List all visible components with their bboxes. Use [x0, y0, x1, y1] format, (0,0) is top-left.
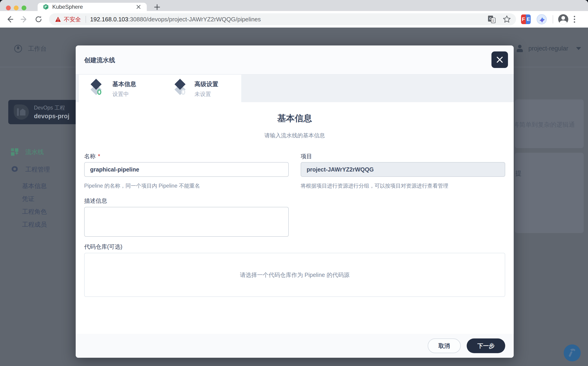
- url-bar[interactable]: 不安全 192.168.0.103:30880/devops/project-J…: [49, 13, 516, 25]
- chevron-down-icon: [576, 47, 581, 50]
- url-host: 192.168.0.103: [90, 16, 128, 23]
- minimize-window-button[interactable]: [14, 6, 19, 10]
- repo-label: 代码仓库(可选): [84, 243, 123, 251]
- tab-close-icon[interactable]: [135, 4, 142, 10]
- sidebar-item-members[interactable]: 工程成员: [22, 221, 47, 229]
- dashboard-icon: [14, 45, 22, 53]
- modal-close-button[interactable]: [492, 51, 508, 68]
- description-label: 描述信息: [84, 197, 107, 205]
- name-input[interactable]: [84, 162, 289, 177]
- not-secure-warning-icon: [55, 16, 61, 22]
- modal-steps-bar: 基本信息 设置中 高级设置 未设置: [76, 75, 514, 102]
- browser-window: KubeSphere 不安全 192.168.0.103:30880/devop…: [0, 0, 588, 366]
- modal-footer: 取消 下一步: [76, 334, 514, 358]
- sidebar-pipelines-label: 流水线: [25, 148, 44, 156]
- profile-avatar[interactable]: [558, 14, 568, 24]
- code-repo-selector[interactable]: 请选择一个代码仓库作为 Pipeline 的代码源: [84, 253, 505, 297]
- form-subheading: 请输入流水线的基本信息: [76, 132, 514, 139]
- workbench-label: 工作台: [28, 45, 47, 53]
- step2-title: 高级设置: [194, 80, 218, 88]
- floating-tool-button[interactable]: [564, 344, 581, 361]
- background-card-2-text: 提: [515, 169, 522, 177]
- required-asterisk: *: [98, 153, 100, 159]
- not-secure-label[interactable]: 不安全: [64, 16, 81, 23]
- modal-header: 创建流水线: [76, 46, 514, 75]
- gear-icon: [11, 166, 18, 173]
- background-card-2: 提: [515, 153, 584, 233]
- sidebar-item-basic-info[interactable]: 基本信息: [22, 182, 47, 190]
- user-menu[interactable]: project-regular: [516, 45, 581, 52]
- url-text[interactable]: 192.168.0.103:30880/devops/project-JAWrY…: [90, 16, 485, 23]
- cancel-button[interactable]: 取消: [428, 338, 461, 353]
- sidebar-item-pipelines[interactable]: 流水线: [11, 148, 44, 156]
- workbench-link[interactable]: 工作台: [14, 45, 47, 53]
- translate-icon[interactable]: G文: [487, 15, 496, 24]
- browser-tab[interactable]: KubeSphere: [38, 3, 147, 11]
- name-label: 名称*: [84, 152, 100, 160]
- step1-status: 设置中: [112, 91, 136, 98]
- step1-title: 基本信息: [112, 80, 136, 88]
- back-icon[interactable]: [5, 15, 14, 24]
- forward-icon[interactable]: [20, 15, 29, 24]
- project-input: [301, 162, 505, 177]
- project-label: 项目: [301, 152, 312, 160]
- user-name: project-regular: [528, 45, 568, 52]
- devops-type-label: DevOps 工程: [34, 104, 69, 111]
- repo-placeholder: 请选择一个代码仓库作为 Pipeline 的代码源: [240, 271, 350, 279]
- devops-project-name: devops-proj: [34, 113, 69, 120]
- step2-status: 未设置: [194, 91, 218, 98]
- chrome-menu-icon[interactable]: [574, 16, 575, 23]
- sidebar-item-roles[interactable]: 工程角色: [22, 207, 47, 216]
- sidebar-item-credentials[interactable]: 凭证: [22, 195, 34, 203]
- url-path: :30880/devops/project-JAWrYZ2rWQQG/pipel…: [128, 16, 261, 23]
- sidebar-management-label: 工程管理: [25, 165, 50, 174]
- modal-title: 创建流水线: [84, 56, 115, 64]
- form-heading: 基本信息: [76, 113, 514, 124]
- create-pipeline-modal: 创建流水线 基本信息 设置中 高级设置 未设: [76, 46, 514, 358]
- project-helper: 将根据项目进行资源进行分组，可以按项目对资源进行查看管理: [301, 182, 448, 190]
- name-helper: Pipeline 的名称，同一个项目内 Pipeline 不能重名: [84, 182, 200, 190]
- pipeline-icon: [11, 148, 18, 156]
- bookmark-star-icon[interactable]: [502, 15, 511, 24]
- step2-diamond-icon: [173, 80, 188, 97]
- new-tab-button[interactable]: [153, 3, 161, 11]
- toolbar-divider: [553, 15, 553, 23]
- description-textarea[interactable]: [84, 207, 289, 237]
- close-window-button[interactable]: [6, 6, 11, 10]
- user-icon: [516, 45, 524, 52]
- background-card-1: 将简单到复杂的逻辑通: [515, 99, 584, 148]
- extension-bird-icon[interactable]: [537, 14, 547, 24]
- close-icon: [496, 56, 504, 64]
- sidebar-item-management[interactable]: 工程管理: [11, 165, 50, 174]
- kubesphere-favicon-icon: [43, 4, 49, 10]
- titlebar: KubeSphere: [0, 0, 588, 11]
- step1-text[interactable]: 基本信息 设置中: [112, 80, 136, 98]
- reload-icon[interactable]: [34, 15, 43, 24]
- background-card-1-text: 将简单到复杂的逻辑通: [515, 121, 575, 129]
- hammer-icon: [567, 347, 578, 358]
- extension-fe-icon[interactable]: F E: [521, 15, 531, 24]
- svg-text:文: 文: [492, 19, 495, 23]
- url-divider: [86, 16, 86, 23]
- tab-title: KubeSphere: [52, 4, 135, 10]
- step2-text[interactable]: 高级设置 未设置: [194, 80, 218, 98]
- browser-toolbar: 不安全 192.168.0.103:30880/devops/project-J…: [0, 11, 588, 28]
- step1-diamond-icon: [89, 80, 104, 97]
- devops-project-icon: [14, 105, 29, 120]
- next-button[interactable]: 下一步: [467, 338, 505, 353]
- kubesphere-page-dimmed: 工作台 project-regular DevOps 工程 devops-pro…: [0, 28, 588, 366]
- zoom-window-button[interactable]: [22, 6, 26, 10]
